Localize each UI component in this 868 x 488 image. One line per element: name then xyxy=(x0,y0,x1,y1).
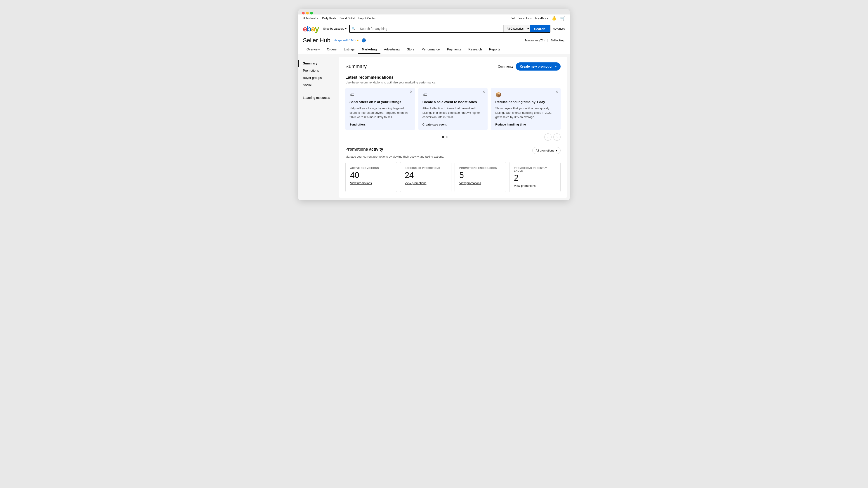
rec-card-handling-time-icon: 📦 xyxy=(495,92,557,98)
brand-outlet-link[interactable]: Brand Outlet xyxy=(340,17,355,20)
nav-reports[interactable]: Reports xyxy=(486,45,504,54)
recently-ended-link[interactable]: View promotions xyxy=(514,184,536,187)
seller-help-link[interactable]: Seller Help xyxy=(551,39,565,42)
nav-research[interactable]: Research xyxy=(465,45,486,54)
sidebar-item-social[interactable]: Social xyxy=(298,82,339,89)
recommendations-section: Latest recommendations Use these recomme… xyxy=(345,75,561,141)
rec-card-sale-event-body: Attract attention to items that haven't … xyxy=(423,106,484,119)
rec-card-send-offers: ✕ 🏷 Send offers on 2 of your listings He… xyxy=(345,88,415,130)
sidebar-item-summary-label: Summary xyxy=(303,62,317,65)
rec-card-sale-event-link[interactable]: Create sale event xyxy=(423,123,447,126)
messages-link[interactable]: Messages (71) xyxy=(525,39,545,42)
search-button[interactable]: Search xyxy=(530,25,550,32)
rec-card-send-offers-link[interactable]: Send offers xyxy=(349,123,366,126)
all-promotions-label: All promotions xyxy=(536,149,554,152)
watchlist-label: Watchlist xyxy=(519,17,529,20)
daily-deals-link[interactable]: Daily Deals xyxy=(322,17,336,20)
nav-performance[interactable]: Performance xyxy=(418,45,443,54)
notifications-icon[interactable]: 🔔 xyxy=(552,16,557,21)
sidebar-item-learning-resources[interactable]: Learning resources xyxy=(298,94,339,101)
greeting-chevron: ▾ xyxy=(317,17,318,20)
nav-marketing[interactable]: Marketing xyxy=(358,45,380,54)
ending-soon-label: Promotions Ending Soon xyxy=(459,167,501,170)
nav-listings[interactable]: Listings xyxy=(340,45,358,54)
nav-overview[interactable]: Overview xyxy=(303,45,323,54)
watchlist-link[interactable]: Watchlist ▾ xyxy=(519,17,532,20)
activity-subtitle: Manage your current promotions by viewin… xyxy=(345,155,561,158)
recommendations-title: Latest recommendations xyxy=(345,75,561,80)
ending-soon-link[interactable]: View promotions xyxy=(459,181,481,185)
nav-payments[interactable]: Payments xyxy=(443,45,465,54)
logo-b: b xyxy=(307,25,311,33)
sidebar: Summary Promotions Buyer groups Social L… xyxy=(298,54,339,200)
recommendations-subtitle: Use these recommendations to optimize yo… xyxy=(345,81,561,84)
active-promotions-link[interactable]: View promotions xyxy=(350,181,372,185)
promotions-activity-section: Promotions activity All promotions ▾ Man… xyxy=(345,147,561,192)
rating-paren: ) xyxy=(355,39,355,42)
top-bar-left: Hi Michael! ▾ Daily Deals Brand Outlet H… xyxy=(303,17,377,20)
rec-card-send-offers-close[interactable]: ✕ xyxy=(410,90,412,94)
sidebar-item-summary[interactable]: Summary xyxy=(298,60,339,67)
carousel-prev-button[interactable]: ‹ xyxy=(544,133,552,141)
greeting[interactable]: Hi Michael! ▾ xyxy=(303,17,318,20)
sidebar-item-promotions[interactable]: Promotions xyxy=(298,67,339,74)
browser-chrome xyxy=(298,9,569,14)
my-ebay-label: My eBay xyxy=(535,17,546,20)
comments-button[interactable]: Comments xyxy=(498,65,513,68)
shop-by-category[interactable]: Shop by category ▾ xyxy=(323,27,346,30)
traffic-light-yellow[interactable] xyxy=(306,12,309,14)
advanced-link[interactable]: Advanced xyxy=(553,27,565,30)
help-contact-link[interactable]: Help & Contact xyxy=(358,17,377,20)
shop-by-chevron: ▾ xyxy=(345,27,346,30)
rec-card-handling-time-close[interactable]: ✕ xyxy=(555,90,558,94)
search-icon: 🔍 xyxy=(350,25,357,32)
my-ebay-chevron: ▾ xyxy=(547,17,548,20)
sidebar-item-buyer-groups[interactable]: Buyer groups xyxy=(298,74,339,82)
logo-a: a xyxy=(311,25,315,33)
seller-hub-bar: Seller Hub mhogenmill ( 24 ) ★ 🔵 Message… xyxy=(298,35,569,54)
carousel-dot-2[interactable] xyxy=(446,136,447,138)
category-select[interactable]: All Categories xyxy=(503,25,530,32)
watchlist-chevron: ▾ xyxy=(530,17,532,20)
logo-e: e xyxy=(303,25,307,33)
sidebar-item-promotions-label: Promotions xyxy=(303,69,319,72)
seller-hub-username[interactable]: mhogenmill ( 24 ) ★ xyxy=(333,39,359,42)
search-input[interactable] xyxy=(357,25,503,32)
traffic-light-red[interactable] xyxy=(302,12,305,14)
rating-number: 24 xyxy=(350,39,353,42)
recently-ended-label: Promotions Recently Ended xyxy=(514,167,556,172)
sidebar-item-learning-label: Learning resources xyxy=(303,96,330,99)
carousel-arrows: ‹ › xyxy=(544,133,561,141)
scheduled-promotions-number: 24 xyxy=(405,171,447,179)
content-area: Summary Promotions Buyer groups Social L… xyxy=(298,54,569,200)
seller-hub-title: Seller Hub xyxy=(303,37,330,44)
active-promotions-number: 40 xyxy=(350,171,392,179)
all-promotions-button[interactable]: All promotions ▾ xyxy=(532,147,561,154)
seller-hub-title-group: Seller Hub mhogenmill ( 24 ) ★ 🔵 xyxy=(303,37,366,44)
create-promotion-button[interactable]: Create new promotion ▾ xyxy=(516,62,561,70)
nav-advertising[interactable]: Advertising xyxy=(380,45,403,54)
my-ebay-link[interactable]: My eBay ▾ xyxy=(535,17,548,20)
nav-store[interactable]: Store xyxy=(403,45,418,54)
scheduled-promotions-link[interactable]: View promotions xyxy=(405,181,427,185)
rec-card-send-offers-title: Send offers on 2 of your listings xyxy=(349,100,411,104)
traffic-lights xyxy=(302,12,313,14)
traffic-light-green[interactable] xyxy=(310,12,313,14)
hub-link-separator: | xyxy=(547,39,548,42)
carousel-dot-1[interactable] xyxy=(442,136,444,138)
active-promotions-label: Active Promotions xyxy=(350,167,392,170)
nav-orders[interactable]: Orders xyxy=(323,45,340,54)
carousel-next-button[interactable]: › xyxy=(553,133,561,141)
sidebar-item-social-label: Social xyxy=(303,83,311,87)
rec-card-send-offers-icon: 🏷 xyxy=(349,92,411,98)
rec-card-handling-time: ✕ 📦 Reduce handling time by 1 day Show b… xyxy=(491,88,561,130)
scheduled-promotions-label: Scheduled Promotions xyxy=(405,167,447,170)
ebay-page: Hi Michael! ▾ Daily Deals Brand Outlet H… xyxy=(298,14,569,200)
sell-link[interactable]: Sell xyxy=(510,17,515,20)
promo-cards: Active Promotions 40 View promotions Sch… xyxy=(345,162,561,192)
carousel-dots xyxy=(442,136,447,138)
rec-card-handling-time-link[interactable]: Reduce handling time xyxy=(495,123,526,126)
cart-icon[interactable]: 🛒 xyxy=(560,16,565,21)
rating-count: ( xyxy=(348,39,349,42)
rec-card-sale-event-close[interactable]: ✕ xyxy=(483,90,485,94)
